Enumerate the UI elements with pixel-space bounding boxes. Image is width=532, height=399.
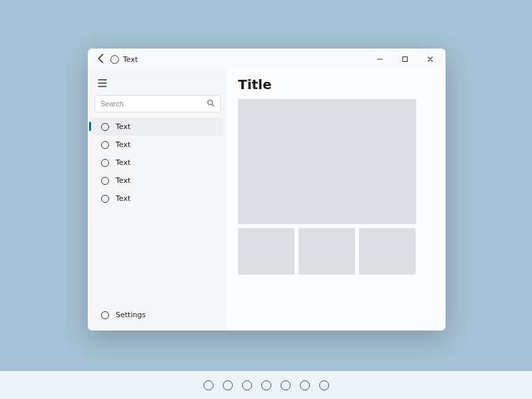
circle-icon: [101, 141, 109, 149]
thumbnail-row: [238, 228, 435, 275]
nav-item-label: Text: [116, 158, 130, 167]
settings-label: Settings: [116, 311, 146, 319]
page-title: Title: [238, 76, 435, 92]
back-button[interactable]: [94, 52, 108, 67]
circle-icon: [101, 195, 109, 203]
taskbar-item[interactable]: [261, 380, 271, 390]
circle-icon: [101, 159, 109, 167]
nav-item-label: Text: [116, 176, 130, 185]
search-input[interactable]: [100, 100, 207, 108]
minimize-button[interactable]: [367, 50, 392, 68]
app-window: Text Text: [88, 49, 446, 331]
content-area: Title: [227, 70, 446, 331]
taskbar: [0, 371, 532, 399]
nav-item-settings[interactable]: Settings: [92, 306, 223, 324]
taskbar-item[interactable]: [300, 380, 310, 390]
app-icon: [110, 55, 119, 64]
nav-item-2[interactable]: Text: [92, 154, 223, 172]
nav-list: Text Text Text Text Text: [88, 118, 227, 207]
sidebar: Text Text Text Text Text: [88, 70, 227, 331]
hamburger-menu-button[interactable]: [92, 74, 113, 92]
nav-item-label: Text: [116, 140, 130, 149]
window-title: Text: [123, 55, 138, 64]
taskbar-item[interactable]: [203, 380, 213, 390]
nav-item-3[interactable]: Text: [92, 172, 223, 190]
svg-rect-1: [403, 57, 408, 62]
taskbar-item[interactable]: [242, 380, 252, 390]
nav-item-label: Text: [116, 194, 130, 203]
circle-icon: [101, 311, 109, 319]
thumbnail-placeholder: [359, 228, 416, 275]
taskbar-item[interactable]: [281, 380, 291, 390]
circle-icon: [101, 123, 109, 131]
hero-placeholder: [238, 99, 416, 224]
circle-icon: [101, 177, 109, 185]
nav-item-4[interactable]: Text: [92, 190, 223, 207]
search-icon: [207, 99, 215, 109]
nav-item-1[interactable]: Text: [92, 136, 223, 154]
taskbar-item[interactable]: [223, 380, 233, 390]
taskbar-item[interactable]: [319, 380, 329, 390]
svg-line-3: [212, 104, 214, 106]
thumbnail-placeholder: [238, 228, 295, 275]
titlebar: Text: [88, 49, 446, 70]
search-box[interactable]: [94, 95, 221, 112]
nav-item-label: Text: [116, 122, 130, 131]
nav-item-0[interactable]: Text: [92, 118, 223, 136]
close-button[interactable]: [418, 50, 443, 68]
maximize-button[interactable]: [392, 50, 418, 68]
thumbnail-placeholder: [299, 228, 355, 275]
